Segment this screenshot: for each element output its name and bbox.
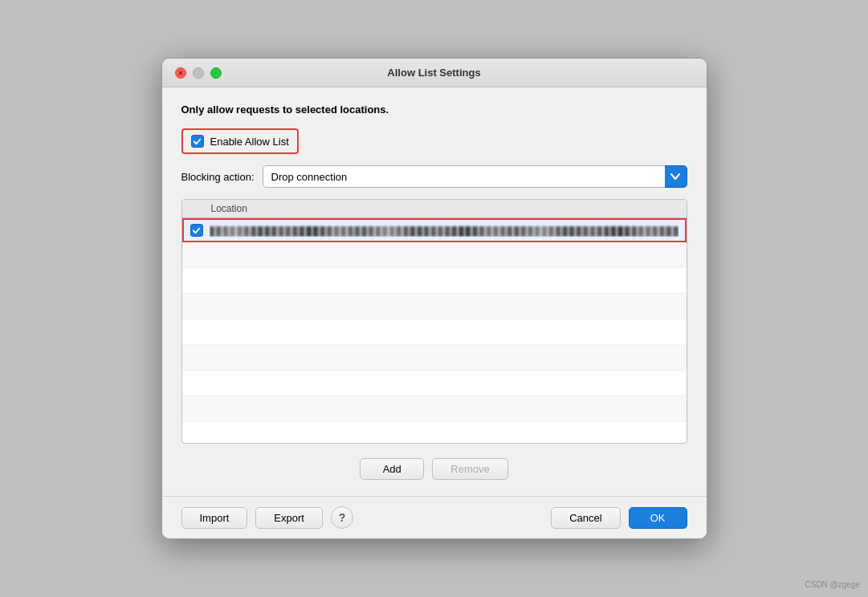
watermark: CSDN @zgege	[805, 580, 860, 589]
table-row-empty-3	[182, 294, 687, 319]
row-checkbox[interactable]	[190, 224, 203, 237]
bottom-left-buttons: Import Export ?	[181, 506, 353, 529]
table-row[interactable]: ████████████████████████████████████████…	[182, 218, 687, 242]
dialog-content: Only allow requests to selected location…	[162, 87, 707, 496]
help-button[interactable]: ?	[331, 506, 353, 529]
table-row-empty-7	[182, 396, 687, 422]
enable-allow-list-checkbox[interactable]	[191, 135, 204, 148]
cancel-button[interactable]: Cancel	[551, 507, 620, 529]
table-header: Location	[182, 200, 687, 218]
blocking-action-label: Blocking action:	[181, 171, 255, 183]
location-column-header: Location	[190, 203, 247, 214]
dialog-window: Allow List Settings Only allow requests …	[161, 58, 707, 539]
table-row-empty-5	[182, 345, 687, 371]
traffic-lights	[175, 67, 222, 79]
add-remove-row: Add Remove	[181, 458, 687, 480]
enable-allow-list-label: Enable Allow List	[210, 136, 289, 148]
ok-button[interactable]: OK	[629, 507, 687, 529]
export-button[interactable]: Export	[255, 507, 323, 529]
table-body: ████████████████████████████████████████…	[182, 218, 687, 443]
blocking-action-row: Blocking action: Drop connection Block c…	[181, 165, 687, 188]
blurred-location: ████████████████████████████████████████…	[210, 226, 679, 237]
table-row-empty-6	[182, 371, 687, 396]
table-row-empty-4	[182, 319, 687, 345]
row-location-text: ████████████████████████████████████████…	[210, 225, 679, 237]
table-row-empty-2	[182, 268, 687, 294]
maximize-button[interactable]	[210, 67, 222, 79]
blocking-action-dropdown-container: Drop connection Block connection Reject …	[263, 165, 687, 188]
blocking-action-select[interactable]: Drop connection Block connection Reject …	[263, 165, 687, 188]
minimize-button[interactable]	[193, 67, 204, 79]
location-table: Location ███████████████████████████████…	[181, 199, 687, 444]
remove-button[interactable]: Remove	[432, 458, 507, 480]
bottom-bar: Import Export ? Cancel OK	[162, 496, 707, 538]
window-title: Allow List Settings	[387, 67, 480, 79]
close-button[interactable]	[175, 67, 186, 79]
import-button[interactable]: Import	[181, 507, 248, 529]
description-text: Only allow requests to selected location…	[181, 104, 687, 116]
table-row-empty-1	[182, 242, 687, 268]
title-bar: Allow List Settings	[162, 59, 707, 87]
enable-allow-list-section[interactable]: Enable Allow List	[181, 128, 299, 154]
add-button[interactable]: Add	[360, 458, 424, 480]
